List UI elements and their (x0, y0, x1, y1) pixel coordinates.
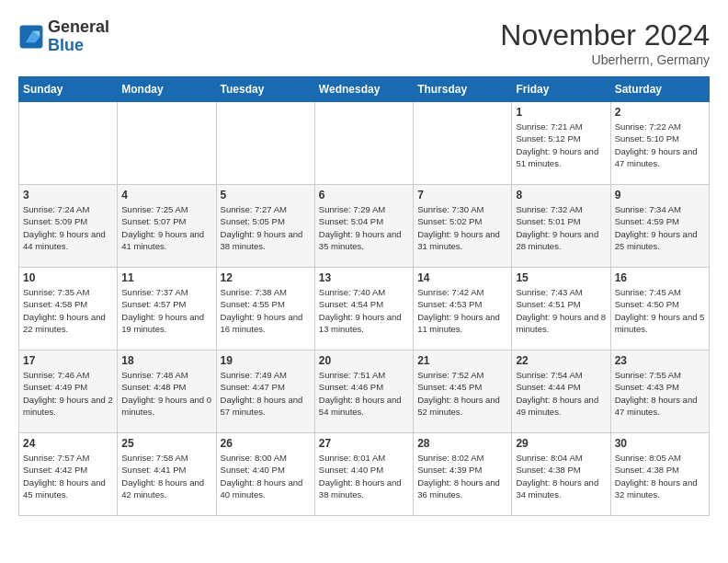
calendar-cell: 28Sunrise: 8:02 AM Sunset: 4:39 PM Dayli… (414, 433, 512, 516)
day-info: Sunrise: 8:00 AM Sunset: 4:40 PM Dayligh… (221, 452, 311, 500)
day-info: Sunrise: 7:49 AM Sunset: 4:47 PM Dayligh… (221, 369, 311, 418)
page-header: General Blue November 2024 Uberherrn, Ge… (18, 18, 710, 67)
calendar-cell: 2Sunrise: 7:22 AM Sunset: 5:10 PM Daylig… (610, 102, 709, 185)
weekday-header-monday: Monday (118, 77, 216, 102)
calendar-cell: 24Sunrise: 7:57 AM Sunset: 4:42 PM Dayli… (19, 433, 118, 516)
day-number: 6 (319, 189, 409, 201)
day-info: Sunrise: 7:24 AM Sunset: 5:09 PM Dayligh… (23, 203, 113, 252)
day-info: Sunrise: 7:45 AM Sunset: 4:50 PM Dayligh… (615, 286, 705, 335)
calendar-cell: 29Sunrise: 8:04 AM Sunset: 4:38 PM Dayli… (512, 433, 610, 516)
calendar-cell (118, 102, 216, 185)
logo-text: General Blue (48, 18, 109, 55)
day-info: Sunrise: 7:48 AM Sunset: 4:48 PM Dayligh… (121, 369, 211, 418)
calendar-cell: 26Sunrise: 8:00 AM Sunset: 4:40 PM Dayli… (216, 433, 314, 516)
title-block: November 2024 Uberherrn, Germany (500, 18, 710, 67)
day-number: 26 (221, 437, 311, 450)
day-number: 22 (516, 354, 606, 367)
day-number: 9 (615, 189, 705, 201)
day-info: Sunrise: 7:35 AM Sunset: 4:58 PM Dayligh… (23, 286, 113, 335)
day-number: 5 (221, 189, 311, 201)
calendar-cell (314, 102, 413, 185)
calendar-cell: 23Sunrise: 7:55 AM Sunset: 4:43 PM Dayli… (610, 350, 709, 433)
logo-icon (18, 24, 44, 50)
calendar-cell: 12Sunrise: 7:38 AM Sunset: 4:55 PM Dayli… (216, 268, 314, 350)
calendar-cell: 21Sunrise: 7:52 AM Sunset: 4:45 PM Dayli… (414, 350, 512, 433)
day-info: Sunrise: 7:46 AM Sunset: 4:49 PM Dayligh… (23, 369, 113, 418)
day-info: Sunrise: 7:51 AM Sunset: 4:46 PM Dayligh… (319, 369, 409, 418)
calendar-cell: 14Sunrise: 7:42 AM Sunset: 4:53 PM Dayli… (414, 268, 512, 350)
day-info: Sunrise: 7:25 AM Sunset: 5:07 PM Dayligh… (121, 203, 211, 252)
calendar-cell: 13Sunrise: 7:40 AM Sunset: 4:54 PM Dayli… (314, 268, 413, 350)
day-number: 13 (319, 271, 409, 284)
calendar-cell: 4Sunrise: 7:25 AM Sunset: 5:07 PM Daylig… (118, 185, 216, 268)
calendar-cell: 18Sunrise: 7:48 AM Sunset: 4:48 PM Dayli… (118, 350, 216, 433)
day-number: 10 (23, 271, 113, 284)
weekday-header-sunday: Sunday (19, 77, 118, 102)
day-info: Sunrise: 7:37 AM Sunset: 4:57 PM Dayligh… (121, 286, 211, 335)
day-info: Sunrise: 7:34 AM Sunset: 4:59 PM Dayligh… (615, 203, 705, 252)
day-number: 15 (516, 271, 606, 284)
day-number: 30 (615, 437, 705, 450)
day-info: Sunrise: 7:58 AM Sunset: 4:41 PM Dayligh… (121, 452, 211, 500)
day-number: 7 (417, 189, 507, 201)
day-info: Sunrise: 7:42 AM Sunset: 4:53 PM Dayligh… (417, 286, 507, 335)
day-number: 29 (516, 437, 606, 450)
calendar-cell: 25Sunrise: 7:58 AM Sunset: 4:41 PM Dayli… (118, 433, 216, 516)
day-info: Sunrise: 8:05 AM Sunset: 4:38 PM Dayligh… (615, 452, 705, 500)
location-subtitle: Uberherrn, Germany (500, 52, 710, 67)
day-info: Sunrise: 8:02 AM Sunset: 4:39 PM Dayligh… (417, 452, 507, 500)
calendar-cell (414, 102, 512, 185)
weekday-header-saturday: Saturday (610, 77, 709, 102)
calendar-cell: 10Sunrise: 7:35 AM Sunset: 4:58 PM Dayli… (19, 268, 118, 350)
day-info: Sunrise: 7:21 AM Sunset: 5:12 PM Dayligh… (516, 121, 606, 169)
calendar-cell: 8Sunrise: 7:32 AM Sunset: 5:01 PM Daylig… (512, 185, 610, 268)
calendar-cell: 1Sunrise: 7:21 AM Sunset: 5:12 PM Daylig… (512, 102, 610, 185)
day-number: 24 (23, 437, 113, 450)
calendar-cell: 15Sunrise: 7:43 AM Sunset: 4:51 PM Dayli… (512, 268, 610, 350)
weekday-header-tuesday: Tuesday (216, 77, 314, 102)
logo: General Blue (18, 18, 109, 55)
weekday-header-wednesday: Wednesday (314, 77, 413, 102)
calendar-cell: 19Sunrise: 7:49 AM Sunset: 4:47 PM Dayli… (216, 350, 314, 433)
day-info: Sunrise: 7:38 AM Sunset: 4:55 PM Dayligh… (221, 286, 311, 335)
day-info: Sunrise: 7:32 AM Sunset: 5:01 PM Dayligh… (516, 203, 606, 252)
day-info: Sunrise: 7:43 AM Sunset: 4:51 PM Dayligh… (516, 286, 606, 335)
calendar-cell: 16Sunrise: 7:45 AM Sunset: 4:50 PM Dayli… (610, 268, 709, 350)
day-info: Sunrise: 7:30 AM Sunset: 5:02 PM Dayligh… (417, 203, 507, 252)
day-number: 28 (417, 437, 507, 450)
day-number: 3 (23, 189, 113, 201)
day-number: 16 (615, 271, 705, 284)
day-info: Sunrise: 7:55 AM Sunset: 4:43 PM Dayligh… (615, 369, 705, 418)
day-number: 1 (516, 106, 606, 119)
calendar-cell: 11Sunrise: 7:37 AM Sunset: 4:57 PM Dayli… (118, 268, 216, 350)
calendar-cell: 9Sunrise: 7:34 AM Sunset: 4:59 PM Daylig… (610, 185, 709, 268)
calendar-cell: 5Sunrise: 7:27 AM Sunset: 5:05 PM Daylig… (216, 185, 314, 268)
day-number: 11 (121, 271, 211, 284)
day-info: Sunrise: 7:52 AM Sunset: 4:45 PM Dayligh… (417, 369, 507, 418)
calendar-cell: 17Sunrise: 7:46 AM Sunset: 4:49 PM Dayli… (19, 350, 118, 433)
day-info: Sunrise: 7:22 AM Sunset: 5:10 PM Dayligh… (615, 121, 705, 169)
day-info: Sunrise: 8:04 AM Sunset: 4:38 PM Dayligh… (516, 452, 606, 500)
calendar-cell (216, 102, 314, 185)
calendar-table: SundayMondayTuesdayWednesdayThursdayFrid… (18, 76, 710, 516)
calendar-cell: 30Sunrise: 8:05 AM Sunset: 4:38 PM Dayli… (610, 433, 709, 516)
calendar-cell: 27Sunrise: 8:01 AM Sunset: 4:40 PM Dayli… (314, 433, 413, 516)
month-title: November 2024 (500, 18, 710, 52)
day-number: 19 (221, 354, 311, 367)
day-info: Sunrise: 7:27 AM Sunset: 5:05 PM Dayligh… (221, 203, 311, 252)
day-info: Sunrise: 7:29 AM Sunset: 5:04 PM Dayligh… (319, 203, 409, 252)
weekday-header-thursday: Thursday (414, 77, 512, 102)
calendar-cell: 3Sunrise: 7:24 AM Sunset: 5:09 PM Daylig… (19, 185, 118, 268)
logo-line1: General (48, 18, 109, 37)
calendar-cell: 20Sunrise: 7:51 AM Sunset: 4:46 PM Dayli… (314, 350, 413, 433)
day-number: 2 (615, 106, 705, 119)
day-number: 21 (417, 354, 507, 367)
day-number: 8 (516, 189, 606, 201)
calendar-cell: 22Sunrise: 7:54 AM Sunset: 4:44 PM Dayli… (512, 350, 610, 433)
day-number: 25 (121, 437, 211, 450)
calendar-cell: 6Sunrise: 7:29 AM Sunset: 5:04 PM Daylig… (314, 185, 413, 268)
logo-line2: Blue (48, 37, 109, 55)
day-info: Sunrise: 7:40 AM Sunset: 4:54 PM Dayligh… (319, 286, 409, 335)
day-number: 17 (23, 354, 113, 367)
day-number: 20 (319, 354, 409, 367)
